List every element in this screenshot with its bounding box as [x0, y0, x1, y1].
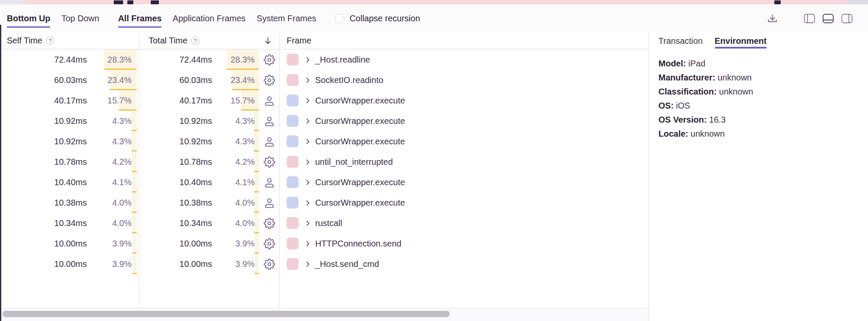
chevron-right-icon[interactable]: [304, 199, 311, 206]
total-time-cell: 10.00ms3.9%: [139, 254, 280, 274]
table-empty-space: [0, 274, 649, 308]
self-time-value: 40.17ms: [54, 96, 87, 106]
frame-cell: CursorWrapper.execute: [280, 192, 649, 213]
chevron-right-icon[interactable]: [304, 77, 311, 84]
frame-name: _Host.send_cmd: [315, 259, 379, 269]
self-time-header-label: Self Time: [7, 36, 42, 46]
total-time-value: 10.92ms: [179, 116, 212, 126]
tab-system-frames[interactable]: System Frames: [257, 4, 316, 32]
total-time-percent: 4.1%: [212, 172, 259, 192]
tab-all-frames[interactable]: All Frames: [118, 4, 161, 32]
table-row[interactable]: 10.92ms4.3%10.92ms4.3%CursorWrapper.exec…: [0, 131, 649, 152]
sort-desc-icon[interactable]: [263, 36, 273, 46]
frame-color-swatch: [287, 238, 299, 249]
horizontal-scrollbar-thumb[interactable]: [3, 311, 450, 317]
chevron-right-icon[interactable]: [304, 118, 311, 125]
table-row[interactable]: 10.40ms4.1%10.40ms4.1%CursorWrapper.exec…: [0, 172, 649, 192]
frame-cell: rustcall: [280, 213, 649, 233]
tab-application-frames[interactable]: Application Frames: [172, 4, 245, 32]
self-time-percent: 23.4%: [87, 70, 137, 90]
total-time-help-icon[interactable]: ?: [191, 37, 199, 45]
gear-icon: [259, 238, 279, 249]
self-time-cell: 10.40ms4.1%: [0, 172, 139, 192]
layout-split-right-icon[interactable]: [841, 14, 853, 23]
self-time-column-header[interactable]: Self Time ?: [0, 32, 139, 49]
table-row[interactable]: 10.78ms4.2%10.78ms4.2%until_not_interrup…: [0, 152, 649, 172]
chevron-right-icon[interactable]: [304, 158, 311, 166]
table-row[interactable]: 10.34ms4.0%10.34ms4.0%rustcall: [0, 213, 649, 233]
frame-column-header[interactable]: Frame: [280, 32, 649, 49]
layout-split-left-icon[interactable]: [804, 14, 815, 23]
table-row[interactable]: 60.03ms23.4%60.03ms23.4%SocketIO.readint…: [0, 70, 649, 90]
self-time-percent: 28.3%: [87, 49, 137, 70]
table-body: 72.44ms28.3%72.44ms28.3%_Host.readline60…: [0, 49, 649, 308]
frame-cell: CursorWrapper.execute: [280, 90, 649, 111]
total-time-cell: 60.03ms23.4%: [139, 70, 280, 90]
chevron-right-icon[interactable]: [304, 97, 311, 104]
self-time-percent: 3.9%: [87, 233, 137, 254]
chevron-right-icon[interactable]: [304, 220, 311, 227]
self-time-percent: 4.3%: [87, 131, 137, 152]
chevron-right-icon[interactable]: [304, 240, 311, 247]
profiler-app: Bottom Up Top Down All Frames Applicatio…: [0, 0, 868, 321]
table-row[interactable]: 10.00ms3.9%10.00ms3.9%HTTPConnection.sen…: [0, 233, 649, 254]
environment-field: Manufacturer: unknown: [658, 71, 859, 85]
self-time-percent: 3.9%: [87, 254, 137, 274]
self-time-value: 10.38ms: [54, 198, 87, 208]
frame-color-swatch: [287, 135, 299, 147]
self-time-percent: 4.0%: [87, 213, 137, 233]
chevron-right-icon[interactable]: [304, 261, 311, 268]
total-time-percent: 4.2%: [212, 152, 259, 172]
total-time-cell: 10.92ms4.3%: [139, 111, 280, 131]
frame-cell: HTTPConnection.send: [280, 233, 649, 254]
table-row[interactable]: 40.17ms15.7%40.17ms15.7%CursorWrapper.ex…: [0, 90, 649, 111]
chevron-right-icon[interactable]: [304, 56, 311, 63]
chevron-right-icon[interactable]: [304, 138, 311, 145]
frame-name: CursorWrapper.execute: [315, 178, 405, 187]
table-row[interactable]: 10.38ms4.0%10.38ms4.0%CursorWrapper.exec…: [0, 192, 649, 213]
collapse-recursion-label: Collapse recursion: [350, 14, 420, 23]
tab-transaction[interactable]: Transaction: [658, 32, 703, 49]
self-time-value: 10.78ms: [54, 157, 87, 167]
table-row[interactable]: 10.92ms4.3%10.92ms4.3%CursorWrapper.exec…: [0, 111, 649, 131]
download-icon[interactable]: [767, 13, 778, 24]
frame-name: SocketIO.readinto: [315, 75, 383, 85]
frame-cell: _Host.readline: [280, 49, 649, 70]
collapse-recursion-checkbox[interactable]: [335, 14, 344, 23]
frame-cell: _Host.send_cmd: [280, 254, 649, 274]
person-icon: [259, 115, 279, 127]
table-row[interactable]: 10.00ms3.9%10.00ms3.9%_Host.send_cmd: [0, 254, 649, 274]
self-time-cell: 10.78ms4.2%: [0, 152, 139, 172]
details-panel-tabs: Transaction Environment: [649, 32, 868, 49]
tab-top-down[interactable]: Top Down: [61, 4, 99, 32]
self-time-help-icon[interactable]: ?: [46, 37, 54, 45]
call-tree-panel: Self Time ? Total Time ? Frame: [0, 32, 649, 321]
total-time-cell: 10.40ms4.1%: [139, 172, 280, 192]
tab-bottom-up[interactable]: Bottom Up: [7, 4, 50, 32]
minimap-frame-mark: [151, 0, 159, 4]
total-time-cell: 10.78ms4.2%: [139, 152, 280, 172]
chevron-right-icon[interactable]: [304, 179, 311, 186]
self-time-cell: 10.00ms3.9%: [0, 233, 139, 254]
frame-name: rustcall: [315, 218, 342, 228]
self-time-cell: 10.38ms4.0%: [0, 192, 139, 213]
frame-color-swatch: [287, 217, 299, 229]
table-row[interactable]: 72.44ms28.3%72.44ms28.3%_Host.readline: [0, 49, 649, 70]
total-time-percent: 4.0%: [212, 192, 259, 213]
flamechart-minimap-strip[interactable]: [0, 0, 868, 4]
tab-environment[interactable]: Environment: [715, 32, 767, 49]
total-time-column-header[interactable]: Total Time ?: [139, 32, 280, 49]
frame-color-swatch: [287, 95, 299, 106]
total-time-cell: 72.44ms28.3%: [139, 49, 280, 70]
gear-icon: [259, 75, 279, 86]
horizontal-scrollbar-track[interactable]: [0, 308, 649, 321]
self-time-value: 10.00ms: [54, 239, 87, 249]
layout-split-bottom-icon[interactable]: [822, 14, 834, 23]
total-time-value: 10.92ms: [179, 137, 212, 146]
frame-color-swatch: [287, 115, 299, 127]
total-time-percent: 3.9%: [212, 233, 259, 254]
gear-icon: [259, 218, 279, 229]
environment-field: OS Version: 16.3: [658, 113, 859, 127]
total-time-value: 10.78ms: [179, 157, 212, 167]
frame-cell: CursorWrapper.execute: [280, 111, 649, 131]
